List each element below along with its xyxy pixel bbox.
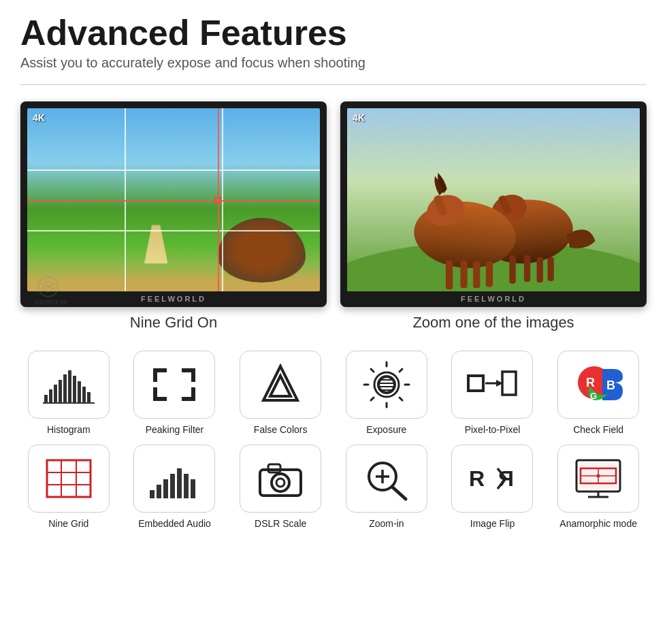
- grid-overlay: [27, 108, 320, 291]
- pixel-to-pixel-icon: [465, 361, 519, 408]
- grid-h1: [27, 170, 320, 171]
- svg-rect-56: [47, 460, 91, 497]
- svg-rect-5: [509, 255, 515, 284]
- svg-rect-20: [44, 395, 48, 403]
- dslr-scale-icon-box: [240, 445, 321, 513]
- peaking-filter-icon-box: [133, 351, 215, 419]
- feature-anamorphic-mode: Anamorphic mode: [550, 445, 647, 529]
- peaking-filter-label: Peaking Filter: [146, 424, 204, 435]
- grid-h2: [27, 230, 320, 231]
- svg-rect-26: [73, 376, 76, 403]
- monitor-2-frame: 4K FEELWORLD: [340, 101, 647, 307]
- svg-rect-8: [547, 257, 553, 282]
- watermark: icamera.vn: [27, 274, 109, 311]
- svg-rect-65: [177, 468, 182, 498]
- svg-text:B: B: [606, 379, 615, 392]
- monitor-2-screen: 4K: [347, 108, 640, 291]
- svg-rect-27: [78, 381, 81, 403]
- exposure-label: Exposure: [366, 424, 406, 435]
- svg-line-38: [371, 369, 374, 372]
- svg-rect-63: [163, 479, 168, 498]
- false-colors-icon-box: [240, 351, 321, 419]
- feature-image-flip: R R Image Flip: [444, 445, 541, 529]
- svg-rect-67: [191, 479, 195, 498]
- monitor-2-label: Zoom one of the images: [340, 314, 647, 332]
- horses-svg: [347, 108, 640, 291]
- features-grid-row1: Histogram: [20, 351, 647, 435]
- pixel-to-pixel-label: Pixel-to-Pixel: [465, 424, 521, 435]
- svg-point-70: [272, 474, 289, 492]
- histogram-label: Histogram: [47, 424, 91, 435]
- features-section: Histogram: [20, 351, 647, 529]
- check-field-icon-box: R G B: [557, 351, 639, 419]
- svg-text:icamera.vn: icamera.vn: [34, 298, 67, 306]
- image-flip-icon: R R: [465, 455, 519, 502]
- pixel-to-pixel-icon-box: [451, 351, 533, 419]
- image-flip-label: Image Flip: [470, 518, 515, 529]
- feature-check-field: R G B Check Field: [550, 351, 647, 435]
- monitor-2-brand: FEELWORLD: [347, 291, 640, 303]
- svg-rect-24: [63, 374, 67, 403]
- monitor-1-badge: 4K: [33, 112, 45, 123]
- svg-rect-22: [54, 385, 57, 403]
- svg-rect-15: [486, 261, 493, 287]
- svg-rect-14: [473, 261, 480, 288]
- svg-line-73: [392, 487, 406, 499]
- embedded-audio-label: Embedded Audio: [138, 518, 211, 529]
- monitor-2: 4K FEELWORLD Zoom one of the images: [340, 101, 647, 332]
- false-colors-label: False Colors: [254, 424, 308, 435]
- embedded-audio-icon: [147, 455, 201, 502]
- svg-rect-28: [82, 387, 86, 403]
- embedded-audio-icon-box: [133, 445, 215, 513]
- grid-red-h: [27, 200, 320, 202]
- svg-rect-51: [502, 372, 516, 395]
- svg-text:R: R: [498, 466, 514, 491]
- check-field-icon: R G B: [571, 361, 625, 408]
- peaking-filter-icon: [147, 361, 201, 408]
- svg-line-39: [400, 398, 402, 400]
- exposure-icon: [359, 361, 414, 408]
- feature-nine-grid: Nine Grid: [20, 445, 117, 529]
- svg-rect-48: [468, 376, 483, 391]
- monitor-2-badge: 4K: [353, 112, 365, 123]
- zoom-in-icon: [359, 455, 414, 502]
- svg-rect-25: [68, 370, 71, 403]
- feature-peaking-filter: Peaking Filter: [127, 351, 223, 435]
- nine-grid-icon: [42, 455, 96, 502]
- exposure-icon-box: [346, 351, 427, 419]
- svg-rect-21: [49, 389, 52, 403]
- monitor-row: 4K FEELWORLD Nine Grid On: [20, 101, 647, 332]
- zoom-in-label: Zoom-in: [369, 518, 404, 529]
- dslr-scale-label: DSLR Scale: [255, 518, 306, 529]
- svg-point-71: [276, 479, 284, 487]
- svg-text:G: G: [590, 391, 597, 401]
- nine-grid-label: Nine Grid: [48, 518, 88, 529]
- monitor-1-screen: 4K: [27, 108, 320, 291]
- feature-histogram: Histogram: [20, 351, 117, 435]
- svg-rect-6: [524, 255, 530, 282]
- feature-zoom-in: Zoom-in: [338, 445, 435, 529]
- check-field-label: Check Field: [573, 424, 623, 435]
- page-title: Advanced Features: [20, 14, 647, 52]
- feature-dslr-scale: DSLR Scale: [232, 445, 329, 529]
- false-colors-icon: [253, 361, 308, 408]
- feature-pixel-to-pixel: Pixel-to-Pixel: [444, 351, 541, 435]
- anamorphic-mode-icon-box: [557, 445, 639, 513]
- histogram-icon: [42, 361, 96, 408]
- svg-rect-7: [537, 257, 543, 283]
- zoom-in-icon-box: [346, 445, 427, 513]
- screen1-background: 4K: [27, 108, 320, 291]
- feature-embedded-audio: Embedded Audio: [127, 445, 223, 529]
- crosshair: [214, 197, 221, 204]
- nine-grid-icon-box: [28, 445, 110, 513]
- svg-text:R: R: [469, 466, 485, 491]
- dslr-scale-icon: [253, 455, 308, 502]
- svg-rect-12: [446, 260, 453, 289]
- svg-point-83: [597, 474, 600, 477]
- image-flip-icon-box: R R: [451, 445, 533, 513]
- svg-rect-62: [157, 485, 161, 498]
- svg-text:R: R: [586, 376, 595, 389]
- monitor-1-label: Nine Grid On: [20, 314, 327, 332]
- histogram-icon-box: [28, 351, 110, 419]
- anamorphic-mode-label: Anamorphic mode: [559, 518, 637, 529]
